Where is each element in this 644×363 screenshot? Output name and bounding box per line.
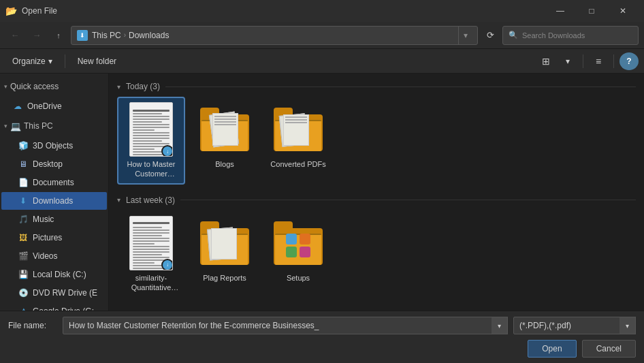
- toolbar-right: ⊞ ▾ ≡ ?: [536, 52, 639, 70]
- today-expand-icon[interactable]: ▾: [117, 83, 120, 91]
- documents-icon: 📄: [18, 177, 29, 188]
- help-button[interactable]: ?: [619, 52, 639, 70]
- sidebar-item-3d-objects[interactable]: 🧊 3D Objects: [1, 137, 107, 155]
- address-this-pc: This PC: [92, 31, 121, 40]
- filename-input-wrapper: ▾: [63, 317, 508, 334]
- app-icon: 📂: [5, 5, 16, 16]
- sidebar-dvd-label: DVD RW Drive (E: [33, 288, 101, 298]
- today-group-header: ▾ Today (3): [117, 82, 636, 91]
- sidebar-desktop-label: Desktop: [33, 159, 101, 169]
- view-icons-button[interactable]: ⊞: [536, 52, 556, 70]
- sidebar-item-google-drive[interactable]: △ Google Drive (G:: [1, 302, 107, 311]
- refresh-button[interactable]: ⟳: [481, 26, 500, 45]
- view-list-button[interactable]: ▾: [558, 52, 577, 70]
- last-week-expand-icon[interactable]: ▾: [117, 196, 120, 204]
- sidebar-item-videos[interactable]: 🎬 Videos: [1, 247, 107, 265]
- onedrive-icon: ☁: [12, 101, 23, 112]
- sidebar-item-pictures[interactable]: 🖼 Pictures: [1, 229, 107, 247]
- search-icon: 🔍: [509, 31, 518, 40]
- filename-label: File name:: [8, 321, 57, 330]
- similarity-doc-preview: ↓: [129, 216, 173, 270]
- expand-quick-access-icon: ▾: [4, 83, 7, 90]
- filename-input[interactable]: [63, 317, 508, 334]
- 3d-objects-icon: 🧊: [18, 140, 29, 151]
- similarity-doc-badge: ↓: [161, 259, 173, 270]
- cancel-button[interactable]: Cancel: [582, 340, 636, 358]
- action-row: Open Cancel: [8, 340, 636, 358]
- file-item-converted-pdfs-folder[interactable]: Converted PDFs: [264, 97, 332, 185]
- search-box[interactable]: 🔍 Search Downloads: [502, 26, 639, 45]
- file-item-similarity-doc[interactable]: ↓ similarity-Quantitative Resear 511: [117, 210, 185, 298]
- filename-row: File name: ▾ (*.PDF),(*.pdf) ▾: [8, 317, 636, 334]
- sidebar-item-desktop[interactable]: 🖥 Desktop: [1, 155, 107, 173]
- title-bar: 📂 Open File — □ ✕: [0, 0, 644, 22]
- plag-reports-label: Plag Reports: [203, 273, 246, 283]
- dvd-drive-icon: 💿: [18, 287, 29, 298]
- setups-folder-thumbnail: [271, 216, 325, 270]
- sidebar: ▾ Quick access ☁ OneDrive ▾ 💻 This PC 🧊 …: [0, 74, 109, 311]
- similarity-doc-label: similarity-Quantitative Resear 511: [123, 273, 180, 293]
- up-button[interactable]: ↑: [49, 26, 68, 45]
- window-controls: — □ ✕: [545, 0, 639, 22]
- filetype-select[interactable]: (*.PDF),(*.pdf): [513, 317, 636, 334]
- this-pc-header[interactable]: ▾ 💻 This PC: [0, 117, 108, 135]
- pdf-doc-label: How to Master Customer Retention for the…: [123, 159, 180, 179]
- pdf-doc-thumbnail: ↓: [124, 102, 178, 157]
- minimize-button[interactable]: —: [545, 0, 576, 22]
- main-content: ▾ Quick access ☁ OneDrive ▾ 💻 This PC 🧊 …: [0, 74, 644, 311]
- sidebar-downloads-label: Downloads: [33, 196, 101, 206]
- address-downloads: Downloads: [129, 31, 169, 40]
- quick-access-section: ▾ Quick access: [0, 76, 108, 97]
- similarity-doc-thumbnail: ↓: [124, 216, 178, 270]
- location-icon: ⬇: [77, 30, 88, 41]
- sidebar-item-documents[interactable]: 📄 Documents: [1, 174, 107, 191]
- today-label: Today (3): [126, 82, 160, 91]
- sidebar-local-disk-label: Local Disk (C:): [33, 270, 101, 279]
- new-folder-label: New folder: [78, 57, 116, 66]
- sidebar-item-downloads[interactable]: ⬇ Downloads: [1, 192, 107, 210]
- setup-icon-3: [286, 247, 297, 257]
- downloads-icon: ⬇: [18, 195, 29, 206]
- today-separator: [165, 86, 636, 87]
- sidebar-item-onedrive[interactable]: ☁ OneDrive: [1, 97, 107, 115]
- file-item-plag-reports-folder[interactable]: Plag Reports: [191, 210, 259, 298]
- maximize-button[interactable]: □: [576, 0, 607, 22]
- setup-icon-4: [300, 247, 310, 257]
- this-pc-icon: 💻: [10, 121, 21, 131]
- open-button[interactable]: Open: [528, 340, 576, 358]
- file-item-pdf-doc[interactable]: ↓ How to Master Customer Retention for t…: [117, 97, 185, 185]
- google-drive-icon: △: [18, 306, 29, 311]
- address-dropdown-button[interactable]: ▾: [458, 26, 472, 45]
- sidebar-onedrive-label: OneDrive: [27, 101, 101, 111]
- sidebar-item-local-disk[interactable]: 💾 Local Disk (C:): [1, 266, 107, 283]
- toolbar-separator-3: [613, 54, 614, 68]
- address-bar: ⬇ This PC › Downloads ▾: [71, 26, 478, 45]
- sidebar-documents-label: Documents: [33, 178, 101, 187]
- organize-button[interactable]: Organize ▾: [5, 52, 59, 70]
- file-item-blogs-folder[interactable]: Blogs: [191, 97, 259, 185]
- sidebar-music-label: Music: [33, 215, 101, 224]
- forward-button[interactable]: →: [27, 26, 46, 45]
- file-item-setups-folder[interactable]: Setups: [264, 210, 332, 298]
- back-button[interactable]: ←: [5, 26, 25, 45]
- sidebar-item-music[interactable]: 🎵 Music: [1, 210, 107, 228]
- bottom-bar: File name: ▾ (*.PDF),(*.pdf) ▾ Open Canc…: [0, 311, 644, 363]
- setup-icon-1: [286, 234, 297, 244]
- organize-arrow-icon: ▾: [48, 57, 52, 66]
- quick-access-header[interactable]: ▾ Quick access: [0, 78, 108, 95]
- nav-bar: ← → ↑ ⬇ This PC › Downloads ▾ ⟳ 🔍 Search…: [0, 22, 644, 49]
- last-week-file-grid: ↓ similarity-Quantitative Resear 511: [117, 210, 636, 298]
- this-pc-section: ▾ 💻 This PC: [0, 116, 108, 136]
- filename-dropdown-button[interactable]: ▾: [492, 317, 508, 334]
- window-title: Open File: [22, 6, 545, 16]
- local-disk-icon: 💾: [18, 269, 29, 280]
- file-content: ▾ Today (3): [109, 74, 644, 311]
- search-placeholder: Search Downloads: [522, 31, 585, 40]
- close-button[interactable]: ✕: [607, 0, 639, 22]
- last-week-separator: [180, 200, 636, 200]
- pdf-doc-badge: ↓: [161, 145, 173, 157]
- view-toggle-button[interactable]: ≡: [589, 52, 608, 70]
- new-folder-button[interactable]: New folder: [71, 52, 123, 70]
- sidebar-item-dvd-drive[interactable]: 💿 DVD RW Drive (E: [1, 284, 107, 302]
- sidebar-videos-label: Videos: [33, 251, 101, 261]
